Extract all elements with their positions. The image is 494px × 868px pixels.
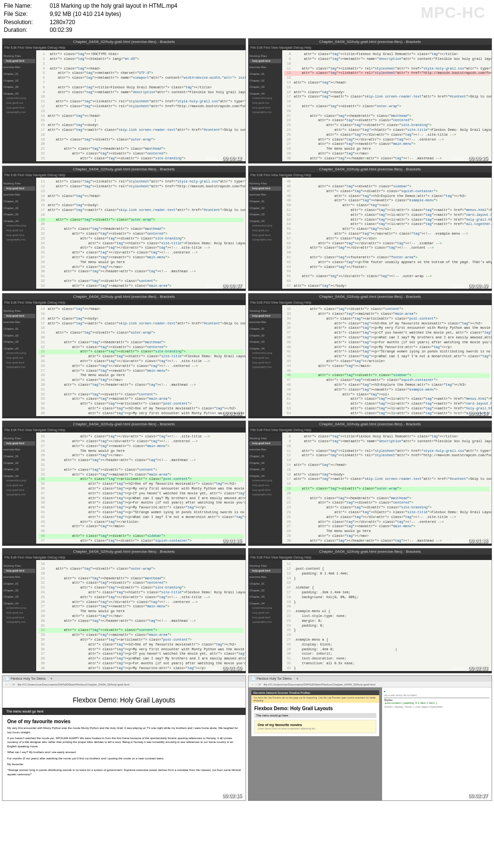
file-sidebar[interactable]: Working Filesholy-grail.htmlexercise-fil… [2, 178, 36, 289]
thumbnail-editor[interactable]: Chapter_04/04_02/holy-grail.html (exerci… [2, 548, 246, 673]
code-editor[interactable]: 14attr"> class="tag"></head>1516attr"> c… [36, 305, 246, 416]
code-editor[interactable]: 11 attr"> class="tag"><linkattr"> rel="s… [36, 178, 246, 289]
menu-bar[interactable]: File Edit Find View Navigate Debug Help [2, 555, 246, 560]
thumbnail-editor[interactable]: Chapter_04/04_02/holy-grail.html (exerci… [248, 166, 492, 291]
timestamp: 00:01:38 [468, 538, 488, 544]
lynda-watermark: lynda [206, 411, 218, 416]
window-title: Chapter_04/04_02/holy-grail.html (exerci… [2, 39, 246, 45]
window-title: Chapter_04/04_02/holy-grail.html (exerci… [248, 548, 492, 555]
file-sidebar[interactable]: Working Filesholy-grail.htmlexercise-fil… [248, 433, 282, 544]
url-bar[interactable]: ← → ⟳ file:///C:/Users/mor/Documents/DW%… [2, 682, 246, 687]
code-editor[interactable]: 1819 attr"> class="tag"><divattr"> class… [36, 560, 246, 671]
code-editor[interactable]: 1112.post-content {13 padding: 0 1.4em 1… [282, 560, 492, 671]
duration-value: 00:02:39 [50, 26, 72, 34]
timestamp: 00:00:49 [468, 283, 488, 289]
file-sidebar[interactable]: Working Filesholy-grail.htmlexercise-fil… [248, 560, 282, 671]
url-bar[interactable]: ← → ⟳ file:///C:/Users/mor/Documents/DW%… [248, 682, 492, 687]
timestamp: 00:02:27 [468, 793, 488, 798]
menu-bar[interactable]: File Edit Find View Navigate Debug Help [248, 427, 492, 433]
thumbnail-devtools[interactable]: 📄 Flexbox Holy Tor Demo× ← → ⟳ file:///C… [248, 675, 492, 801]
menu-bar[interactable]: File Edit Find View Navigate Debug Help [2, 300, 246, 305]
timestamp: 00:00:37 [222, 283, 242, 289]
timestamp: 00:00:25 [468, 156, 488, 161]
player-watermark: MPC-HC [421, 4, 485, 22]
resolution-label: Resolution: [4, 18, 50, 27]
window-title: Chapter_04/04_02/holy-grail.html (exerci… [2, 294, 246, 300]
window-title: Chapter_04/04_02/holy-grail.html (exerci… [248, 166, 492, 172]
window-title: Chapter_04/04_02/holy-grail.html (exerci… [248, 421, 492, 427]
window-title: Chapter_04/04_02/holy-grail.html (exerci… [2, 421, 246, 427]
filename-label: File Name: [4, 2, 50, 10]
window-title: Chapter_04/04_02/holy-grail.html (exerci… [248, 39, 492, 45]
menu-bar[interactable]: File Edit Find View Navigate Debug Help [2, 172, 246, 178]
duration-label: Duration: [4, 26, 50, 34]
code-editor[interactable]: 25 attr"> class="tag"></div>attr"> class… [36, 433, 246, 544]
menu-bar[interactable]: File Edit Find View Navigate Debug Help [2, 427, 246, 433]
window-title: Chapter_04/04_02/holy-grail.html (exerci… [248, 294, 492, 300]
code-editor[interactable]: 1 attr"> class="tag"><!DOCTYPE html>2 at… [36, 50, 246, 161]
lynda-watermark: lynda [206, 538, 218, 544]
thumbnail-editor[interactable]: Chapter_04/04_02/holy-grail.html (exerci… [2, 293, 246, 419]
file-sidebar[interactable]: Working Filesholy-grail.htmlexercise-fil… [248, 50, 282, 161]
thumbnail-grid: Chapter_04/04_02/holy-grail.html (exerci… [0, 36, 494, 803]
lynda-watermark: lynda [452, 793, 464, 798]
filesize-label: File Size: [4, 10, 50, 18]
lynda-watermark: lynda [206, 793, 218, 798]
thumbnail-editor[interactable]: Chapter_04/04_02/holy-grail.html (exerci… [248, 293, 492, 419]
menu-bar[interactable]: File Edit Find View Navigate Debug Help [248, 172, 492, 178]
thumbnail-editor[interactable]: Chapter_04/04_02/holy-grail.html (exerci… [2, 166, 246, 291]
lynda-watermark: lynda [452, 156, 464, 161]
devtools-tabs[interactable]: Elements Network Sources Timeline Profil… [251, 690, 379, 695]
code-editor[interactable]: 32 attr"> class="tag"><divattr"> class="… [282, 305, 492, 416]
window-title: Chapter_04/04_02/holy-grail.html (exerci… [2, 166, 246, 172]
page-title: Flexbox Demo: Holy Grail Layouts [7, 696, 241, 704]
code-editor[interactable]: 8 attr"> class="tag"><title>Flexbox Holy… [282, 433, 492, 544]
lynda-watermark: lynda [452, 411, 464, 416]
timestamp: 00:01:14 [468, 411, 488, 416]
thumbnail-editor[interactable]: Chapter_04/04_02/holy-grail.html (exerci… [248, 38, 492, 164]
menu-bar[interactable]: File Edit Find View Navigate Debug Help [248, 300, 492, 305]
lynda-watermark: lynda [206, 156, 218, 161]
devtools-panel[interactable]: ▸ div.outer-wrap div.content Styles .pos… [382, 687, 492, 801]
file-sidebar[interactable]: Working Filesholy-grail.htmlexercise-fil… [2, 305, 36, 416]
file-sidebar[interactable]: Working Filesholy-grail.htmlexercise-fil… [2, 50, 36, 161]
thumbnail-editor[interactable]: Chapter_04/04_02/holy-grail.html (exerci… [2, 38, 246, 164]
thumbnail-browser[interactable]: 📄 Flexbox Holy Tor Demo× ← → ⟳ file:///C… [2, 675, 246, 801]
lynda-watermark: lynda [206, 283, 218, 289]
browser-tab[interactable]: 📄 Flexbox Holy Tor Demo× [2, 676, 246, 682]
highlighted-element: One of my favourite moviesLorem ipsum do… [254, 720, 376, 733]
file-sidebar[interactable]: Working Filesholy-grail.htmlexercise-fil… [2, 433, 36, 544]
thumbnail-editor[interactable]: Chapter_04/04_02/holy-grail.html (exerci… [2, 420, 246, 546]
timestamp: 00:02:15 [222, 793, 242, 798]
lynda-watermark: lynda [452, 666, 464, 671]
article-heading: One of my favourite movies [7, 719, 241, 724]
filename-value: 018 Marking up the holy grail layout in … [50, 2, 178, 10]
file-sidebar[interactable]: Working Filesholy-grail.htmlexercise-fil… [2, 560, 36, 671]
lynda-watermark: lynda [452, 538, 464, 544]
code-editor[interactable]: 4546 attr"> class="tag"><divattr"> class… [282, 178, 492, 289]
timestamp: 00:01:50 [222, 666, 242, 671]
timestamp: 00:01:26 [222, 538, 242, 544]
lynda-watermark: lynda [206, 666, 218, 671]
file-sidebar[interactable]: Working Filesholy-grail.htmlexercise-fil… [248, 178, 282, 289]
timestamp: 00:00:12 [222, 156, 242, 161]
devtools-warning: You have the Lite Preview tab as the pag… [251, 695, 379, 703]
menu-bar[interactable]: File Edit Find View Navigate Debug Help [248, 45, 492, 50]
menu-bar[interactable]: File Edit Find View Navigate Debug Help [248, 555, 492, 560]
lynda-watermark: lynda [452, 283, 464, 289]
filesize-value: 9,92 MB (10 410 214 bytes) [50, 10, 121, 18]
code-editor[interactable]: 8 attr"> class="tag"><title>Flexbox Holy… [282, 50, 492, 161]
resolution-value: 1280x720 [50, 18, 75, 27]
page-content: Flexbox Demo: Holy Grail Layouts The men… [2, 687, 246, 783]
thumbnail-editor[interactable]: Chapter_04/04_02/holy-grail.html (exerci… [248, 420, 492, 546]
window-title: Chapter_04/04_02/holy-grail.html (exerci… [2, 548, 246, 555]
viewport-panel: Elements Network Sources Timeline Profil… [248, 687, 382, 801]
timestamp: 00:02:03 [468, 666, 488, 671]
file-sidebar[interactable]: Working Filesholy-grail.htmlexercise-fil… [248, 305, 282, 416]
file-info-panel: File Name:018 Marking up the holy grail … [0, 0, 494, 36]
menu-bar[interactable]: File Edit Find View Navigate Debug Help [2, 45, 246, 50]
page-navbar: The menu would go here [2, 708, 246, 715]
browser-tab[interactable]: 📄 Flexbox Holy Tor Demo× [248, 676, 492, 682]
thumbnail-editor[interactable]: Chapter_04/04_02/holy-grail.html (exerci… [248, 548, 492, 673]
timestamp: 00:01:01 [222, 411, 242, 416]
